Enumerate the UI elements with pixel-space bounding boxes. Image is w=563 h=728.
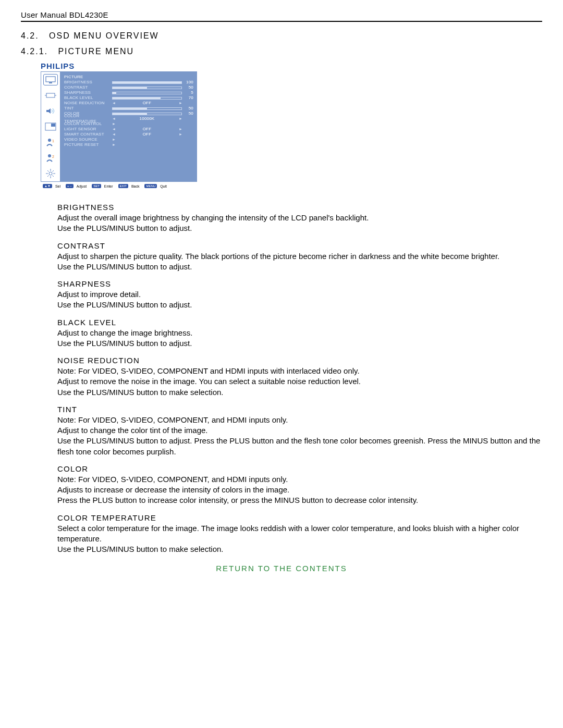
osd-row-value: ◄10000K► — [112, 116, 193, 121]
osd-row-label: SHARPNESS — [63, 90, 112, 95]
svg-rect-1 — [49, 82, 52, 83]
svg-text:2: 2 — [52, 155, 54, 158]
osd-menu-area: PICTURE BRIGHTNESS100CONTRAST50SHARPNESS… — [60, 72, 197, 181]
sel-label: Sel — [55, 184, 60, 188]
osd-row: LIGHT SENSOR◄OFF► — [63, 127, 193, 132]
osd-row-value: 50 — [112, 106, 193, 111]
osd-row-label: COLOR CONTROL — [63, 121, 112, 127]
config1-tab-icon: 1 — [43, 137, 58, 148]
description-line: Use the PLUS/MINUS button to adjust. — [57, 262, 542, 272]
subsection-number: 4.2.1. — [21, 47, 48, 56]
osd-row: SMART CONTRAST◄OFF► — [63, 132, 193, 137]
osd-footer: ▲▼ Sel + − Adjust SET Enter EXIT Back ME… — [41, 182, 197, 190]
osd-row-value: 50 — [112, 85, 193, 90]
osd-row: SHARPNESS5 — [63, 90, 193, 95]
osd-row-value: 5 — [112, 90, 193, 95]
nav-updown-badge: ▲▼ — [43, 184, 52, 188]
description-title: CONTRAST — [57, 241, 542, 250]
osd-row: BLACK LEVEL70 — [63, 95, 193, 101]
set-badge: SET — [92, 184, 101, 188]
osd-row: NOISE REDUCTION◄OFF► — [63, 101, 193, 106]
description-line: Note: For VIDEO, S-VIDEO, COMPONENT, and… — [57, 474, 542, 485]
menu-badge: MENU — [144, 184, 157, 188]
osd-row-label: PICTURE RESET — [63, 142, 112, 147]
description-block: NOISE REDUCTIONNote: For VIDEO, S-VIDEO,… — [57, 356, 542, 398]
svg-point-11 — [49, 172, 52, 175]
osd-row-label: TINT — [63, 106, 112, 111]
description-line: Use the PLUS/MINUS button to make select… — [57, 544, 542, 554]
description-title: COLOR — [57, 464, 542, 473]
description-line: Adjusts to increase or decrease the inte… — [57, 485, 542, 495]
osd-row: PICTURE RESET► — [63, 142, 193, 147]
description-title: BLACK LEVEL — [57, 318, 542, 327]
advanced-tab-icon — [43, 168, 58, 179]
osd-row-value: 70 — [112, 95, 193, 101]
subsection-heading: 4.2.1. PICTURE MENU — [21, 46, 542, 61]
svg-line-16 — [47, 170, 49, 172]
osd-row-label: BLACK LEVEL — [63, 95, 112, 101]
audio-tab-icon — [43, 105, 58, 117]
svg-line-17 — [53, 176, 54, 177]
osd-row-value: 50 — [112, 111, 193, 116]
description-line: Use the PLUS/MINUS button to adjust. — [57, 300, 542, 310]
back-label: Back — [131, 184, 140, 188]
osd-row: CONTRAST50 — [63, 85, 193, 90]
osd-row-label: BRIGHTNESS — [63, 80, 112, 85]
screen-tab-icon — [43, 90, 58, 101]
osd-row: COLOR TEMPERATURE◄10000K► — [63, 116, 193, 121]
svg-point-7 — [48, 139, 51, 142]
description-line: Adjust the overall image brightness by c… — [57, 213, 542, 223]
description-block: COLORNote: For VIDEO, S-VIDEO, COMPONENT… — [57, 464, 542, 506]
brand-logo: PHILIPS — [41, 61, 542, 70]
osd-row-value: ◄OFF► — [112, 101, 193, 106]
svg-text:1: 1 — [52, 139, 54, 143]
description-title: SHARPNESS — [57, 279, 542, 288]
section-title: OSD MENU OVERVIEW — [49, 31, 159, 40]
osd-row-value: ◄OFF► — [112, 132, 193, 137]
description-line: Adjust to improve detail. — [57, 289, 542, 300]
description-line: Use the PLUS/MINUS button to adjust. — [57, 223, 542, 233]
osd-row: TINT50 — [63, 106, 193, 111]
svg-line-18 — [47, 176, 49, 177]
description-line: Adjust to change the image brightness. — [57, 328, 542, 338]
page-header: User Manual BDL4230E — [21, 10, 542, 22]
description-line: Use the PLUS/MINUS button to adjust. Pre… — [57, 436, 542, 457]
subsection-title: PICTURE MENU — [58, 47, 134, 56]
description-line: Note: For VIDEO, S-VIDEO, COMPONENT, and… — [57, 415, 542, 425]
osd-screenshot: PHILIPS 1 2 PICT — [41, 61, 542, 190]
description-title: BRIGHTNESS — [57, 203, 542, 212]
osd-panel: 1 2 PICTURE BRIGHTNESS100CONTRAST50SHARP… — [41, 71, 197, 182]
pip-tab-icon — [43, 121, 58, 132]
description-line: Press the PLUS button to increase color … — [57, 495, 542, 505]
description-line: Use the PLUS/MINUS button to adjust. — [57, 338, 542, 349]
osd-row-value: ► — [112, 121, 193, 127]
description-line: Select a color temperature for the image… — [57, 523, 542, 545]
description-block: CONTRASTAdjust to sharpen the picture qu… — [57, 241, 542, 273]
description-block: TINTNote: For VIDEO, S-VIDEO, COMPONENT,… — [57, 405, 542, 457]
section-number: 4.2. — [21, 31, 39, 40]
description-block: BRIGHTNESSAdjust the overall image brigh… — [57, 203, 542, 234]
quit-label: Quit — [160, 184, 167, 188]
osd-row-value: ◄OFF► — [112, 127, 193, 132]
osd-sidebar: 1 2 — [41, 72, 60, 181]
section-heading: 4.2. OSD MENU OVERVIEW — [21, 29, 542, 46]
description-block: SHARPNESSAdjust to improve detail.Use th… — [57, 279, 542, 311]
osd-row: COLOR CONTROL► — [63, 121, 193, 127]
osd-row-value: ► — [112, 137, 193, 142]
nav-plusminus-badge: + − — [66, 184, 74, 188]
return-to-contents-link[interactable]: RETURN TO THE CONTENTS — [21, 564, 542, 573]
exit-badge: EXIT — [118, 184, 128, 188]
description-title: NOISE REDUCTION — [57, 356, 542, 365]
osd-menu-title: PICTURE — [63, 74, 193, 80]
description-line: Adjust to change the color tint of the i… — [57, 425, 542, 436]
osd-row-label: VIDEO SOURCE — [63, 137, 112, 142]
osd-row-value: 100 — [112, 80, 193, 85]
svg-rect-6 — [51, 124, 55, 127]
description-line: Use the PLUS/MINUS button to make select… — [57, 387, 542, 398]
enter-label: Enter — [104, 184, 113, 188]
description-line: Note: For VIDEO, S-VIDEO, COMPONENT and … — [57, 366, 542, 376]
description-line: Adjust to sharpen the picture quality. T… — [57, 251, 542, 262]
osd-row-value: ► — [112, 142, 193, 147]
config2-tab-icon: 2 — [43, 152, 58, 164]
osd-row-label: CONTRAST — [63, 85, 112, 90]
